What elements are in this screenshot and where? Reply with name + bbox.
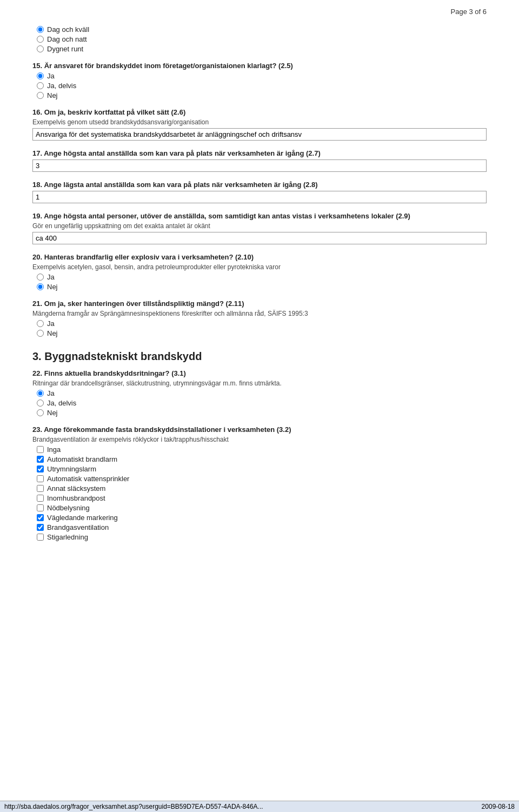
q17-input[interactable] [32,159,487,172]
q22-nej-label: Nej [47,409,58,417]
radio-dag-natt[interactable]: Dag och natt [37,35,487,43]
cb-vagledande[interactable]: Vägledande markering [37,514,487,522]
cb-brandgas[interactable]: Brandgasventilation [37,523,487,531]
q23-block: 23. Ange förekommande fasta brandskyddsi… [32,425,487,541]
q21-ja-input[interactable] [37,320,44,327]
q20-ja[interactable]: Ja [37,273,487,281]
cb-utrymningslarm-input[interactable] [37,465,44,472]
q22-ja-label: Ja [47,389,55,397]
radio-dag-kvall[interactable]: Dag och kväll [37,25,487,34]
q22-label: 22. Finns aktuella brandskyddsritningar?… [32,369,487,377]
q15-ja-label: Ja [47,72,55,80]
cb-slacksystem-label: Annat släcksystem [47,484,105,492]
q22-nej-input[interactable] [37,409,44,416]
q20-hint: Exempelvis acetylen, gasol, bensin, andr… [32,263,487,271]
q18-label: 18. Ange lägsta antal anställda som kan … [32,181,487,189]
cb-inga-input[interactable] [37,446,44,453]
radio-dygnet-runt-input[interactable] [37,45,44,52]
cb-utrymningslarm-label: Utrymningslarm [47,465,96,473]
cb-utrymningslarm[interactable]: Utrymningslarm [37,465,487,473]
q18-input[interactable] [32,191,487,203]
initial-options: Dag och kväll Dag och natt Dygnet runt [37,25,487,53]
cb-inomhusbrandpost-label: Inomhusbrandpost [47,494,105,502]
q23-label: 23. Ange förekommande fasta brandskyddsi… [32,425,487,434]
cb-stigarledning[interactable]: Stigarledning [37,533,487,541]
q22-ja-input[interactable] [37,390,44,397]
cb-vattensprinkler-label: Automatisk vattensprinkler [47,475,129,483]
q15-nej[interactable]: Nej [37,91,487,99]
q21-nej[interactable]: Nej [37,329,487,337]
q21-block: 21. Om ja, sker hanteringen över tillstå… [32,299,487,337]
q15-nej-input[interactable] [37,92,44,99]
q21-ja-label: Ja [47,320,55,328]
status-date: 2009-08-18 [482,803,515,810]
cb-nodbelysning[interactable]: Nödbelysning [37,504,487,512]
q22-options: Ja Ja, delvis Nej [37,389,487,417]
cb-slacksystem[interactable]: Annat släcksystem [37,484,487,492]
cb-brandgas-input[interactable] [37,524,44,531]
cb-auto-brandlarm-input[interactable] [37,456,44,463]
q19-hint: Gör en ungefärlig uppskattning om det ex… [32,222,487,230]
cb-auto-brandlarm[interactable]: Automatiskt brandlarm [37,455,487,463]
cb-inomhusbrandpost-input[interactable] [37,495,44,502]
q22-ja-delvis-input[interactable] [37,400,44,407]
page-wrapper: Page 3 of 6 Dag och kväll Dag och natt D… [0,0,519,812]
q21-ja[interactable]: Ja [37,320,487,328]
q22-nej[interactable]: Nej [37,409,487,417]
cb-brandgas-label: Brandgasventilation [47,523,109,531]
q15-nej-label: Nej [47,91,58,99]
q21-label: 21. Om ja, sker hanteringen över tillstå… [32,299,487,308]
cb-nodbelysning-input[interactable] [37,504,44,511]
radio-dygnet-runt-label: Dygnet runt [47,45,83,53]
cb-inomhusbrandpost[interactable]: Inomhusbrandpost [37,494,487,502]
q22-ja[interactable]: Ja [37,389,487,397]
page-header: Page 3 of 6 [32,5,487,16]
cb-slacksystem-input[interactable] [37,485,44,492]
q15-ja-delvis[interactable]: Ja, delvis [37,82,487,90]
q16-block: 16. Om ja, beskriv kortfattat på vilket … [32,108,487,141]
q21-options: Ja Nej [37,320,487,337]
cb-vattensprinkler-input[interactable] [37,475,44,482]
cb-nodbelysning-label: Nödbelysning [47,504,90,512]
q20-nej-input[interactable] [37,283,44,290]
radio-dag-natt-input[interactable] [37,36,44,43]
q19-input[interactable] [32,232,487,244]
cb-inga[interactable]: Inga [37,445,487,454]
radio-dag-kvall-label: Dag och kväll [47,25,89,34]
cb-vagledande-label: Vägledande markering [47,514,118,522]
radio-dag-natt-label: Dag och natt [47,35,87,43]
q22-block: 22. Finns aktuella brandskyddsritningar?… [32,369,487,417]
q21-hint: Mängderna framgår av Sprängämnesinspekti… [32,310,487,317]
q20-ja-label: Ja [47,273,55,281]
status-bar: http://sba.daedalos.org/fragor_verksamhe… [0,801,519,812]
cb-vattensprinkler[interactable]: Automatisk vattensprinkler [37,475,487,483]
q17-block: 17. Ange högsta antal anställda som kan … [32,149,487,172]
radio-dag-kvall-input[interactable] [37,26,44,33]
q23-checkboxes: Inga Automatiskt brandlarm Utrymningslar… [37,445,487,541]
cb-inga-label: Inga [47,445,61,454]
q19-block: 19. Ange högsta antal personer, utöver d… [32,212,487,244]
q15-ja-delvis-label: Ja, delvis [47,82,76,90]
q17-label: 17. Ange högsta antal anställda som kan … [32,149,487,157]
q20-label: 20. Hanteras brandfarlig eller explosiv … [32,253,487,261]
q15-ja-input[interactable] [37,72,44,79]
q15-ja-delvis-input[interactable] [37,82,44,89]
q16-label: 16. Om ja, beskriv kortfattat på vilket … [32,108,487,116]
q22-ja-delvis[interactable]: Ja, delvis [37,399,487,407]
q20-nej-label: Nej [47,283,58,291]
q20-nej[interactable]: Nej [37,283,487,291]
cb-stigarledning-input[interactable] [37,534,44,541]
cb-auto-brandlarm-label: Automatiskt brandlarm [47,455,117,463]
q20-options: Ja Nej [37,273,487,291]
q20-ja-input[interactable] [37,274,44,281]
q21-nej-input[interactable] [37,330,44,337]
status-url: http://sba.daedalos.org/fragor_verksamhe… [4,803,263,810]
radio-dygnet-runt[interactable]: Dygnet runt [37,45,487,53]
q21-nej-label: Nej [47,329,58,337]
q15-options: Ja Ja, delvis Nej [37,72,487,99]
q15-ja[interactable]: Ja [37,72,487,80]
q15-block: 15. Är ansvaret för brandskyddet inom fö… [32,62,487,99]
q20-block: 20. Hanteras brandfarlig eller explosiv … [32,253,487,291]
cb-vagledande-input[interactable] [37,514,44,521]
q16-input[interactable] [32,128,487,141]
